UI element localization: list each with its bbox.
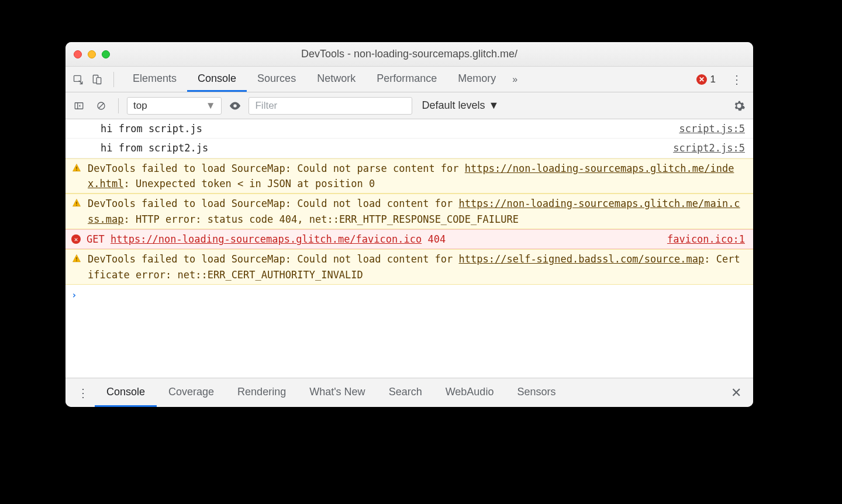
console-toolbar: top ▼ Default levels ▼	[65, 92, 753, 119]
error-row: ✕ GET https://non-loading-sourcemaps.gli…	[65, 229, 753, 249]
source-link[interactable]: script.js:5	[670, 121, 745, 136]
tab-elements[interactable]: Elements	[122, 67, 187, 92]
separator	[113, 72, 114, 87]
drawer-tab-webaudio[interactable]: WebAudio	[434, 378, 506, 407]
svg-point-6	[234, 104, 237, 108]
separator	[118, 98, 119, 113]
svg-rect-0	[74, 75, 81, 81]
warning-row: DevTools failed to load SourceMap: Could…	[65, 194, 753, 229]
svg-rect-12	[76, 261, 77, 261]
sidebar-toggle-icon[interactable]	[70, 97, 88, 115]
error-text: GET https://non-loading-sourcemaps.glitc…	[85, 232, 653, 247]
log-text: hi from script2.js	[87, 140, 659, 156]
log-text: hi from script.js	[87, 121, 665, 136]
chevron-down-icon: ▼	[206, 100, 216, 112]
main-tabbar: Elements Console Sources Network Perform…	[65, 67, 753, 92]
svg-line-5	[99, 103, 103, 108]
more-tabs-icon[interactable]: »	[509, 74, 521, 85]
drawer-tab-rendering[interactable]: Rendering	[226, 378, 298, 407]
device-toggle-icon[interactable]	[89, 71, 105, 88]
drawer-tab-coverage[interactable]: Coverage	[157, 378, 226, 407]
log-levels-selector[interactable]: Default levels ▼	[417, 99, 503, 112]
devtools-window: DevTools - non-loading-sourcemaps.glitch…	[65, 42, 753, 407]
context-label: top	[133, 100, 147, 112]
chevron-down-icon: ▼	[489, 99, 499, 112]
console-settings-icon[interactable]	[730, 96, 748, 115]
tab-sources[interactable]: Sources	[247, 67, 306, 92]
url-link[interactable]: https://non-loading-sourcemaps.glitch.me…	[111, 233, 422, 245]
warning-text: DevTools failed to load SourceMap: Could…	[87, 196, 745, 227]
clear-console-icon[interactable]	[92, 97, 110, 115]
svg-rect-8	[76, 170, 77, 170]
tab-list: Elements Console Sources Network Perform…	[122, 67, 506, 92]
svg-rect-7	[76, 167, 77, 169]
prompt-icon: ›	[71, 288, 77, 303]
tab-network[interactable]: Network	[306, 67, 366, 92]
warning-text: DevTools failed to load SourceMap: Could…	[87, 251, 745, 282]
url-link[interactable]: https://self-signed.badssl.com/source.ma…	[459, 253, 705, 265]
svg-rect-2	[96, 77, 101, 84]
zoom-window-button[interactable]	[102, 50, 110, 58]
svg-rect-10	[76, 205, 77, 206]
close-window-button[interactable]	[74, 50, 82, 58]
tab-console[interactable]: Console	[187, 67, 247, 92]
window-title: DevTools - non-loading-sourcemaps.glitch…	[65, 48, 753, 60]
error-count: 1	[710, 74, 716, 85]
filter-input[interactable]	[249, 97, 412, 115]
warning-row: DevTools failed to load SourceMap: Could…	[65, 158, 753, 194]
context-selector[interactable]: top ▼	[127, 97, 222, 115]
console-prompt[interactable]: ›	[65, 285, 753, 306]
drawer-tab-whatsnew[interactable]: What's New	[298, 378, 377, 407]
drawer-tab-sensors[interactable]: Sensors	[505, 378, 567, 407]
source-link[interactable]: favicon.ico:1	[658, 232, 745, 247]
warning-text: DevTools failed to load SourceMap: Could…	[87, 161, 745, 192]
tab-memory[interactable]: Memory	[447, 67, 506, 92]
warning-icon	[71, 163, 82, 172]
drawer-tab-search[interactable]: Search	[377, 378, 434, 407]
settings-menu-icon[interactable]: ⋮	[725, 73, 748, 87]
svg-rect-11	[76, 257, 77, 260]
tab-performance[interactable]: Performance	[366, 67, 447, 92]
inspect-icon[interactable]	[70, 71, 87, 88]
traffic-lights	[74, 50, 110, 58]
warning-row: DevTools failed to load SourceMap: Could…	[65, 249, 753, 285]
titlebar: DevTools - non-loading-sourcemaps.glitch…	[65, 42, 753, 67]
source-link[interactable]: script2.js:5	[664, 140, 745, 156]
close-drawer-icon[interactable]: ✕	[725, 385, 747, 401]
log-row: hi from script.js script.js:5	[65, 119, 753, 139]
error-icon: ✕	[71, 234, 81, 244]
console-messages[interactable]: hi from script.js script.js:5 hi from sc…	[65, 119, 753, 378]
live-expression-icon[interactable]	[226, 97, 244, 115]
levels-label: Default levels	[422, 99, 485, 112]
warning-icon	[71, 254, 82, 263]
svg-rect-9	[76, 202, 77, 204]
drawer-tabbar: ⋮ Console Coverage Rendering What's New …	[65, 378, 753, 407]
log-row: hi from script2.js script2.js:5	[65, 139, 753, 158]
minimize-window-button[interactable]	[88, 50, 96, 58]
warning-icon	[71, 198, 82, 208]
drawer-tab-console[interactable]: Console	[95, 378, 157, 407]
error-icon: ✕	[696, 74, 707, 85]
error-count-badge[interactable]: ✕ 1	[696, 74, 716, 85]
drawer-menu-icon[interactable]: ⋮	[71, 386, 95, 400]
